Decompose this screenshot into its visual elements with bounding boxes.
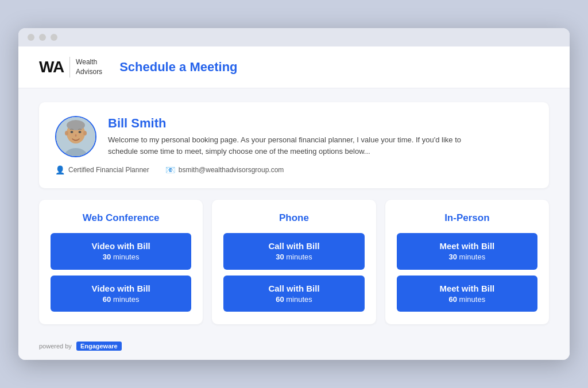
svg-point-7 xyxy=(79,131,82,133)
call-bill-30-title: Call with Bill xyxy=(229,240,358,252)
profile-info: Bill Smith Welcome to my personal bookin… xyxy=(108,116,487,157)
in-person-title: In-Person xyxy=(397,212,537,224)
logo-divider xyxy=(69,57,70,77)
brand-label: Engageware xyxy=(76,342,122,351)
svg-point-5 xyxy=(83,131,87,135)
call-bill-30-button[interactable]: Call with Bill 30 minutes xyxy=(223,233,364,269)
svg-point-4 xyxy=(65,131,68,135)
video-bill-60-title: Video with Bill xyxy=(56,282,185,294)
logo-wa: WA xyxy=(39,58,64,76)
meet-bill-60-title: Meet with Bill xyxy=(403,282,532,294)
video-bill-30-button[interactable]: Video with Bill 30 minutes xyxy=(51,233,191,269)
credential-item: 👤 Certified Financial Planner xyxy=(55,165,149,174)
svg-point-8 xyxy=(75,134,77,137)
browser-dot-2 xyxy=(39,34,46,41)
powered-by-text: powered by xyxy=(39,343,72,350)
meet-bill-60-duration: 60 minutes xyxy=(403,294,532,305)
browser-bar xyxy=(18,28,570,46)
profile-top: Bill Smith Welcome to my personal bookin… xyxy=(55,116,533,157)
profile-card: Bill Smith Welcome to my personal bookin… xyxy=(39,102,549,188)
phone-title: Phone xyxy=(223,212,364,224)
browser-window: WA Wealth Advisors Schedule a Meeting xyxy=(18,28,570,360)
meeting-types-grid: Web Conference Video with Bill 30 minute… xyxy=(39,200,549,324)
meet-bill-60-button[interactable]: Meet with Bill 60 minutes xyxy=(397,276,537,312)
call-bill-60-button[interactable]: Call with Bill 60 minutes xyxy=(223,276,364,312)
app-header: WA Wealth Advisors Schedule a Meeting xyxy=(18,46,570,88)
call-bill-30-duration: 30 minutes xyxy=(229,252,358,262)
video-bill-60-duration: 60 minutes xyxy=(56,294,185,305)
avatar xyxy=(55,116,96,157)
web-conference-title: Web Conference xyxy=(51,212,191,224)
logo-text: Wealth Advisors xyxy=(76,57,102,77)
call-bill-60-title: Call with Bill xyxy=(229,282,358,294)
profile-bio: Welcome to my personal booking page. As … xyxy=(108,134,487,157)
browser-dot-3 xyxy=(51,34,57,41)
phone-card: Phone Call with Bill 30 minutes Call wit… xyxy=(212,200,376,324)
page-title: Schedule a Meeting xyxy=(119,60,237,75)
meet-bill-30-duration: 30 minutes xyxy=(403,252,532,262)
email-text: bsmith@wealthadvisorsgroup.com xyxy=(179,166,284,174)
email-icon: 📧 xyxy=(165,165,175,174)
profile-name: Bill Smith xyxy=(108,116,487,131)
browser-dot-1 xyxy=(28,34,34,41)
logo-block: WA Wealth Advisors xyxy=(39,57,102,77)
svg-point-3 xyxy=(67,120,85,130)
browser-content: WA Wealth Advisors Schedule a Meeting xyxy=(18,46,570,360)
avatar-placeholder xyxy=(56,117,95,156)
meet-bill-30-button[interactable]: Meet with Bill 30 minutes xyxy=(397,233,537,269)
credential-text: Certified Financial Planner xyxy=(68,166,149,174)
in-person-card: In-Person Meet with Bill 30 minutes Meet… xyxy=(385,200,549,324)
call-bill-60-duration: 60 minutes xyxy=(229,294,358,305)
meet-bill-30-title: Meet with Bill xyxy=(403,240,532,252)
video-bill-30-title: Video with Bill xyxy=(56,240,185,252)
credential-icon: 👤 xyxy=(55,165,65,174)
footer: powered by Engageware xyxy=(18,336,570,360)
svg-point-6 xyxy=(71,131,74,133)
main-container: Bill Smith Welcome to my personal bookin… xyxy=(18,88,570,336)
web-conference-card: Web Conference Video with Bill 30 minute… xyxy=(39,200,203,324)
email-item: 📧 bsmith@wealthadvisorsgroup.com xyxy=(165,165,284,174)
video-bill-60-button[interactable]: Video with Bill 60 minutes xyxy=(51,276,191,312)
profile-meta: 👤 Certified Financial Planner 📧 bsmith@w… xyxy=(55,165,533,174)
video-bill-30-duration: 30 minutes xyxy=(56,252,185,262)
